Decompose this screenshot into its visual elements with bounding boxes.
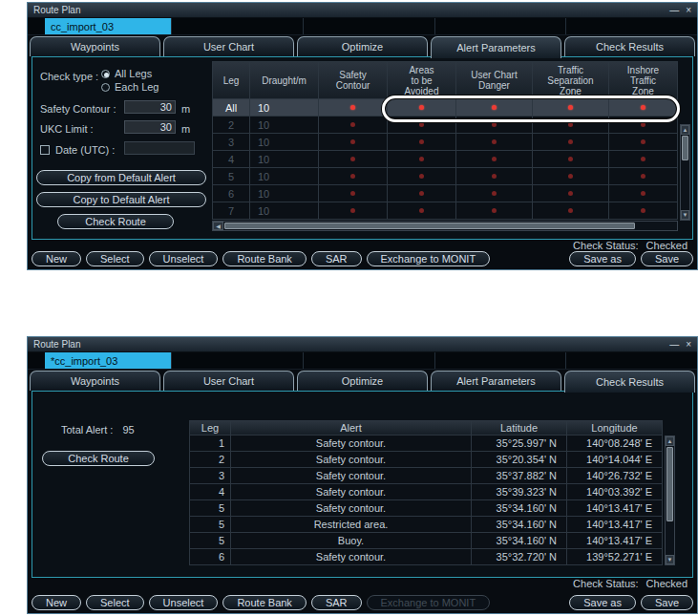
save-button[interactable]: Save [641,595,693,610]
alert-dot-icon [350,174,355,179]
tab-check-results[interactable]: Check Results [564,36,695,56]
window-title: Route Plan [33,5,669,15]
alert-dot-icon [568,191,573,196]
alert-dot-icon [641,174,645,179]
check-status-label: Check Status: [573,578,638,589]
route-bank-button[interactable]: Route Bank [222,595,306,610]
new-button[interactable]: New [32,595,81,610]
route-slot-empty [171,18,303,34]
titlebar[interactable]: Route Plan — × [28,337,697,352]
vertical-scroll-thumb[interactable] [682,136,688,160]
scroll-up-button[interactable]: ▲ [666,436,674,446]
check-route-button[interactable]: Check Route [42,451,155,466]
tab-waypoints[interactable]: Waypoints [30,371,160,391]
save-as-button[interactable]: Save as [569,595,636,610]
alert-table-row[interactable]: 610 [212,185,678,202]
route-slot-empty [434,352,566,369]
tab-alert-parameters[interactable]: Alert Parameters [431,371,561,391]
alert-table-row[interactable]: All10 [212,99,678,117]
results-table-row[interactable]: 5Safety contour.35°34.160' N140°13.417' … [189,500,663,517]
tab-waypoints[interactable]: Waypoints [30,36,160,56]
date-utc-checkbox[interactable] [40,145,50,155]
tab-user-chart[interactable]: User Chart [163,371,294,391]
select-button[interactable]: Select [86,595,144,610]
safety-contour-label: Safety Contour : [40,103,116,115]
tab-user-chart[interactable]: User Chart [163,36,294,56]
total-alert-label: Total Alert : [61,424,113,435]
vertical-scroll-thumb[interactable] [666,447,673,521]
copy-from-default-alert-button[interactable]: Copy from Default Alert [36,170,206,185]
results-table-header: LegAlertLatitudeLongitude [189,420,663,435]
alert-dot-icon [492,157,497,161]
ukc-limit-input[interactable] [124,120,176,134]
scroll-up-button[interactable]: ▲ [681,125,689,135]
sar-button[interactable]: SAR [311,251,362,266]
exchange-to-monit-button[interactable]: Exchange to MONIT [367,251,491,266]
tab-bar: WaypointsUser ChartOptimizeAlert Paramet… [28,35,697,56]
new-button[interactable]: New [32,251,81,266]
route-tabs-bar: *cc_import_03 [28,352,697,370]
alert-column-header: Traffic Separation Zone [533,61,609,99]
exchange-to-monit-button[interactable]: Exchange to MONIT [367,595,491,610]
save-as-button[interactable]: Save as [569,251,636,266]
close-icon[interactable]: × [686,6,691,15]
scroll-down-button[interactable]: ▼ [681,210,689,220]
radio-each-leg[interactable]: Each Leg [101,81,159,93]
alert-table-header: LegDraught/mSafety ContourAreas to be Av… [212,61,678,99]
results-table-row[interactable]: 3Safety contour.35°37.882' N140°26.732' … [189,468,663,484]
window-title: Route Plan [33,339,669,350]
alert-dot-icon [568,157,573,161]
horizontal-scrollbar[interactable]: ◀ [212,221,678,231]
route-bank-button[interactable]: Route Bank [222,251,306,266]
results-table-row[interactable]: 1Safety contour.35°25.997' N140°08.248' … [189,435,663,452]
tab-optimize[interactable]: Optimize [297,36,428,56]
unselect-button[interactable]: Unselect [149,251,219,266]
window-controls: — × [669,340,691,350]
save-button[interactable]: Save [641,251,693,266]
scroll-left-button[interactable]: ◀ [213,222,223,230]
vertical-scrollbar[interactable]: ▲ ▼ [665,435,675,565]
alert-table-row[interactable]: 410 [212,151,678,168]
results-table-row[interactable]: 6Safety contour.35°32.720' N139°52.271' … [189,549,663,565]
safety-contour-input[interactable] [124,100,176,114]
vertical-scrollbar[interactable]: ▲ ▼ [680,124,690,221]
alert-column-header: Areas to be Avoided [388,61,456,99]
results-table-row[interactable]: 5Restricted area.35°34.160' N140°13.417'… [189,517,663,533]
scroll-up-icon: ▲ [667,438,673,444]
route-bar-spacer [28,352,45,369]
radio-all-legs[interactable]: All Legs [101,68,152,79]
alert-dot-icon [492,174,497,179]
unselect-button[interactable]: Unselect [149,595,219,610]
close-icon[interactable]: × [686,340,691,350]
sar-button[interactable]: SAR [311,595,362,610]
horizontal-scroll-thumb[interactable] [224,223,635,229]
route-name-tab[interactable]: *cc_import_03 [45,352,171,369]
alert-parameters-table: LegDraught/mSafety ContourAreas to be Av… [212,61,678,220]
scroll-down-button[interactable]: ▼ [666,555,674,564]
copy-to-default-alert-button[interactable]: Copy to Default Alert [36,192,206,207]
alert-table-row[interactable]: 310 [212,134,678,151]
minimize-icon[interactable]: — [669,6,679,15]
check-route-button[interactable]: Check Route [57,214,174,229]
results-table-row[interactable]: 4Safety contour.35°39.323' N140°03.392' … [189,484,663,500]
scroll-left-icon: ◀ [216,223,221,229]
minimize-icon[interactable]: — [669,340,679,350]
results-table-row[interactable]: 2Safety contour.35°20.354' N140°14.044' … [189,452,663,468]
check-status: Check Status: Checked [573,240,687,251]
alert-table-row[interactable]: 210 [212,117,678,134]
date-utc-input[interactable] [124,141,195,155]
alert-dot-icon [350,157,355,161]
alert-dot-icon [350,208,355,213]
results-table-row[interactable]: 5Buoy.35°34.160' N140°13.417' E [189,533,663,549]
alert-table-row[interactable]: 510 [212,168,678,185]
route-name-tab[interactable]: cc_import_03 [45,18,171,34]
alert-column-header: Leg [212,61,250,99]
tab-alert-parameters[interactable]: Alert Parameters [431,36,561,58]
tab-optimize[interactable]: Optimize [297,371,428,391]
check-status: Check Status: Checked [573,578,687,589]
results-column-header: Leg [189,420,231,435]
tab-check-results[interactable]: Check Results [564,371,695,393]
select-button[interactable]: Select [86,251,144,266]
titlebar[interactable]: Route Plan — × [28,3,697,18]
alert-table-row[interactable]: 710 [212,202,678,220]
